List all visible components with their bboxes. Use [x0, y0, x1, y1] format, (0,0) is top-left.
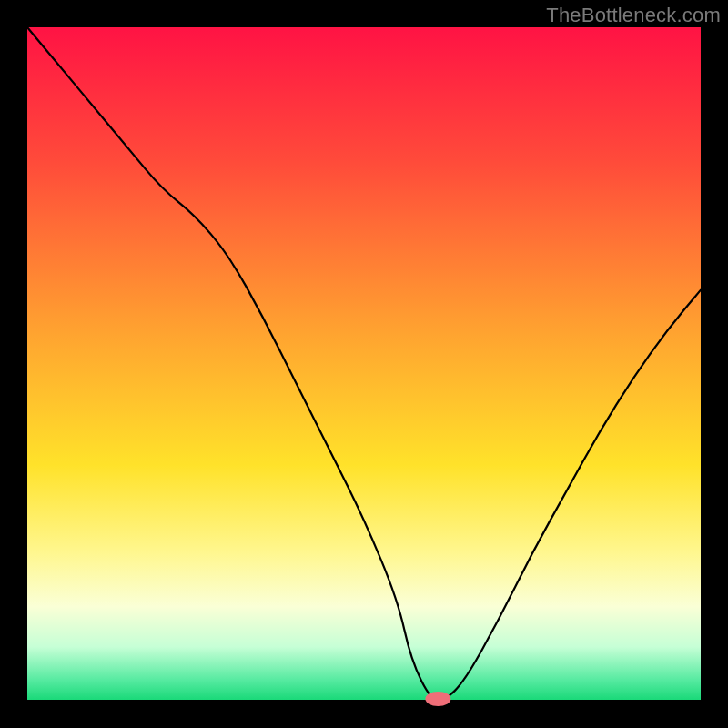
optimum-marker: [425, 692, 450, 706]
chart-frame: TheBottleneck.com: [0, 0, 728, 728]
plot-background: [27, 27, 701, 701]
bottleneck-chart: [0, 0, 728, 728]
attribution-label: TheBottleneck.com: [546, 4, 721, 27]
